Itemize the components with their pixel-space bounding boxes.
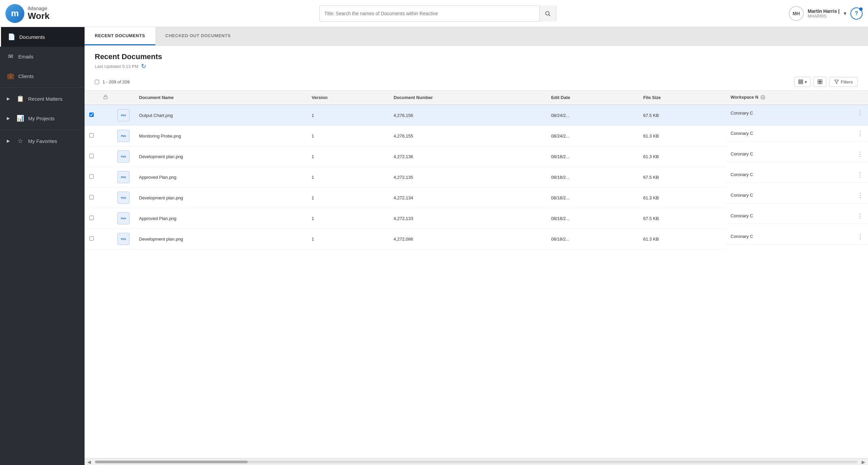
tab-recent-documents[interactable]: RECENT DOCUMENTS [85,27,155,45]
col-file-size[interactable]: File Size [638,91,726,105]
table-toolbar: 1 - 209 of 209 ▾ [85,73,868,91]
sidebar-item-my-projects[interactable]: ▶ 📊 My Projects [0,108,85,128]
row-version: 1 [307,229,389,249]
search-icon [545,10,551,17]
row-doc-number: 4,272,134 [389,188,546,208]
svg-rect-7 [818,82,820,84]
row-lock-cell [98,105,113,126]
col-document-number[interactable]: Document Number [389,91,546,105]
svg-point-11 [762,97,763,98]
search-button[interactable] [540,5,556,22]
svg-point-0 [546,11,549,15]
documents-table: Document Name Version Document Number Ed… [85,91,868,249]
row-lock-cell [98,229,113,249]
sidebar-item-clients[interactable]: 💼 Clients [0,66,85,86]
row-more-button[interactable]: ⋮ [857,171,863,178]
row-checkbox-cell [85,105,98,126]
clients-icon: 💼 [7,72,14,80]
row-more-button[interactable]: ⋮ [857,109,863,117]
sidebar: 📄 Documents ✉ Emails 💼 Clients ▶ 📋 Recen… [0,27,85,465]
search-input[interactable] [320,11,540,16]
sidebar-divider-2 [0,129,85,130]
sidebar-item-emails[interactable]: ✉ Emails [0,47,85,66]
search-area [87,5,789,22]
row-checkbox[interactable] [89,195,94,199]
row-more-button[interactable]: ⋮ [857,233,863,240]
svg-rect-8 [820,82,822,84]
select-all-checkbox[interactable] [95,80,99,84]
row-lock-cell [98,146,113,167]
col-document-name[interactable]: Document Name [134,91,307,105]
content-header: Recent Documents Last Updated 5:13 PM ↻ [85,46,868,73]
row-version: 1 [307,188,389,208]
logo-area: m iManage Work [5,4,87,23]
row-more-button[interactable]: ⋮ [857,192,863,199]
user-handle: MHARRIS [808,14,840,19]
row-checkbox[interactable] [89,236,94,241]
row-doc-name: Development plan.png [134,229,307,249]
row-doc-number: 4,272,136 [389,146,546,167]
table-view-button[interactable]: ▾ [794,77,811,87]
toolbar-actions: ▾ Filters [794,77,858,87]
row-file-size: 61.3 KB [638,188,726,208]
row-doc-name: Approved Plan.png [134,208,307,229]
grid-view-button[interactable] [814,77,826,87]
row-file-icon-cell: PNG [113,105,134,126]
svg-rect-2 [799,80,803,81]
col-version[interactable]: Version [307,91,389,105]
help-button[interactable]: ? [850,7,863,20]
row-more-button[interactable]: ⋮ [857,212,863,220]
avatar: MH [789,6,804,21]
table-row: PNG Output Chart.png 1 4,276,156 08/24/2… [85,105,868,126]
row-checkbox-cell [85,167,98,188]
user-area: MH Martin Harris | MHARRIS ▾ ? [789,6,863,21]
scroll-left-icon[interactable]: ◀ [85,459,94,465]
lock-col-icon [103,95,108,99]
sidebar-item-recent-matters[interactable]: ▶ 📋 Recent Matters [0,89,85,108]
filter-button[interactable]: Filters [829,77,858,87]
sidebar-item-documents[interactable]: 📄 Documents [0,27,85,47]
scroll-right-icon[interactable]: ▶ [859,459,868,465]
sidebar-item-my-favorites[interactable]: ▶ ☆ My Favorites [0,131,85,151]
horizontal-scrollbar[interactable]: ◀ ▶ [85,458,868,465]
row-checkbox[interactable] [89,113,94,117]
row-checkbox[interactable] [89,216,94,220]
sidebar-item-label-my-projects: My Projects [28,116,54,121]
help-notification-dot [859,7,863,11]
row-workspace: Coronary C ⋮ [726,229,868,245]
refresh-icon[interactable]: ↻ [141,63,146,70]
col-workspace[interactable]: Workspace N [726,91,868,104]
row-doc-name: Output Chart.png [134,105,307,126]
row-workspace: Coronary C ⋮ [726,126,868,142]
row-edit-date: 08/24/2... [546,126,638,146]
sidebar-divider [0,87,85,88]
sidebar-item-label-documents: Documents [19,34,45,40]
grid-view-icon [817,79,823,84]
help-label: ? [855,10,858,17]
tabs-bar: RECENT DOCUMENTS CHECKED OUT DOCUMENTS [85,27,868,46]
svg-rect-4 [799,83,803,84]
logo-letter: m [11,8,19,19]
user-menu-chevron[interactable]: ▾ [844,10,846,17]
row-checkbox[interactable] [89,154,94,158]
tab-checked-out-documents[interactable]: CHECKED OUT DOCUMENTS [155,27,241,45]
row-edit-date: 08/18/2... [546,188,638,208]
row-lock-cell [98,126,113,146]
row-workspace: Coronary C ⋮ [726,188,868,203]
sidebar-item-label-emails: Emails [18,54,33,59]
row-more-button[interactable]: ⋮ [857,150,863,158]
row-checkbox[interactable] [89,174,94,179]
user-info: Martin Harris | MHARRIS [808,8,840,19]
row-doc-name: Development plan.png [134,146,307,167]
table-view-icon [798,79,803,84]
row-edit-date: 08/18/2... [546,208,638,229]
sidebar-item-label-clients: Clients [18,73,34,79]
row-edit-date: 08/18/2... [546,167,638,188]
record-count: 1 - 209 of 209 [102,79,130,84]
row-doc-name: Monitoring Probe.png [134,126,307,146]
row-file-size: 67.5 KB [638,167,726,188]
row-more-button[interactable]: ⋮ [857,130,863,137]
col-settings-icon[interactable] [760,95,765,100]
col-edit-date[interactable]: Edit Date [546,91,638,105]
row-checkbox[interactable] [89,133,94,138]
